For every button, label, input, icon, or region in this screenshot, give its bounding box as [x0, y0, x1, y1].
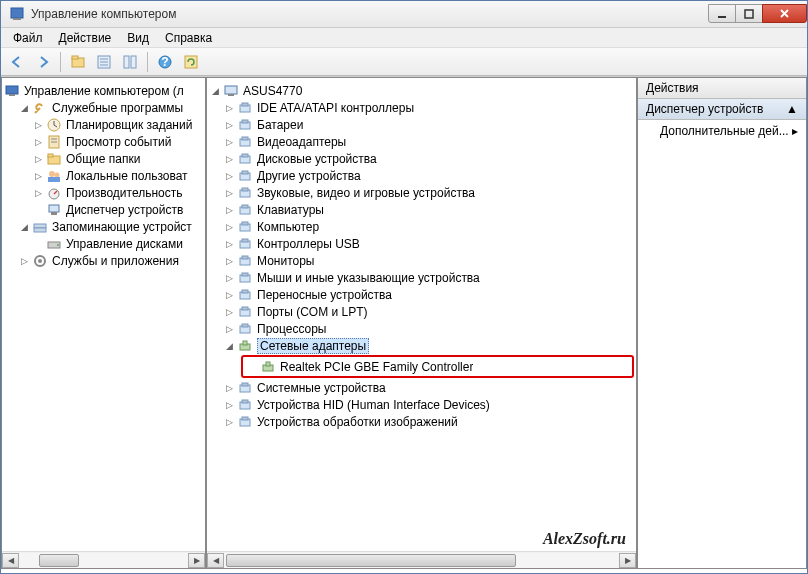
- expand-icon[interactable]: ▷: [223, 170, 235, 182]
- expand-icon[interactable]: ▷: [32, 153, 44, 165]
- actions-more[interactable]: Дополнительные дей... ▸: [638, 120, 806, 142]
- expand-icon[interactable]: ▷: [223, 153, 235, 165]
- scroll-right-button[interactable]: ▶: [188, 553, 205, 568]
- svg-rect-66: [243, 341, 247, 345]
- device-category[interactable]: ▷Батареи: [209, 116, 634, 133]
- minimize-button[interactable]: [708, 4, 736, 23]
- management-tree[interactable]: Управление компьютером (л ◢ Служебные пр…: [2, 78, 205, 568]
- scroll-right-button[interactable]: ▶: [619, 553, 636, 568]
- svg-point-23: [49, 171, 55, 177]
- expand-icon[interactable]: ▷: [223, 221, 235, 233]
- expand-icon[interactable]: ▷: [223, 255, 235, 267]
- device-category[interactable]: ▷Мыши и иные указывающие устройства: [209, 269, 634, 286]
- collapse-icon[interactable]: ◢: [209, 85, 221, 97]
- collapse-arrow-icon[interactable]: ▲: [786, 102, 798, 116]
- expand-icon[interactable]: ▷: [223, 204, 235, 216]
- expand-icon[interactable]: ▷: [32, 187, 44, 199]
- expand-icon[interactable]: ▷: [32, 170, 44, 182]
- device-category[interactable]: ▷Устройства HID (Human Interface Devices…: [209, 396, 634, 413]
- actions-pane: Действия Диспетчер устройств ▲ Дополните…: [637, 77, 807, 569]
- chevron-right-icon: ▸: [792, 124, 798, 138]
- expand-icon[interactable]: ▷: [223, 238, 235, 250]
- nic-icon: [260, 359, 276, 375]
- expand-icon[interactable]: ▷: [18, 255, 30, 267]
- left-hscroll[interactable]: ◀ ▶: [2, 551, 205, 568]
- device-category[interactable]: ▷Процессоры: [209, 320, 634, 337]
- expand-icon[interactable]: ▷: [223, 289, 235, 301]
- back-button[interactable]: [5, 50, 29, 74]
- actions-subheader[interactable]: Диспетчер устройств ▲: [638, 99, 806, 120]
- tree-item-shares[interactable]: ▷Общие папки: [4, 150, 203, 167]
- tree-root[interactable]: Управление компьютером (л: [4, 82, 203, 99]
- svg-rect-42: [242, 137, 248, 140]
- svg-rect-74: [242, 417, 248, 420]
- device-category[interactable]: ▷Системные устройства: [209, 379, 634, 396]
- scroll-left-button[interactable]: ◀: [2, 553, 19, 568]
- properties-button[interactable]: [92, 50, 116, 74]
- device-category[interactable]: ▷Переносные устройства: [209, 286, 634, 303]
- device-category-icon: [237, 168, 253, 184]
- svg-rect-30: [34, 228, 46, 232]
- device-category-network[interactable]: ◢Сетевые адаптеры: [209, 337, 634, 354]
- menu-help[interactable]: Справка: [157, 29, 220, 47]
- expand-icon[interactable]: ▷: [223, 306, 235, 318]
- device-item-realtek[interactable]: Realtek PCIe GBE Family Controller: [246, 358, 629, 375]
- tree-item-devmgr[interactable]: Диспетчер устройств: [4, 201, 203, 218]
- tree-group-storage[interactable]: ◢Запоминающие устройст: [4, 218, 203, 235]
- tree-group-services[interactable]: ▷Службы и приложения: [4, 252, 203, 269]
- refresh-button[interactable]: [179, 50, 203, 74]
- device-category[interactable]: ▷Видеоадаптеры: [209, 133, 634, 150]
- menu-view[interactable]: Вид: [119, 29, 157, 47]
- scroll-left-button[interactable]: ◀: [207, 553, 224, 568]
- tree-item-users[interactable]: ▷Локальные пользоват: [4, 167, 203, 184]
- expand-icon[interactable]: ▷: [32, 136, 44, 148]
- svg-rect-5: [72, 56, 78, 59]
- device-category[interactable]: ▷Контроллеры USB: [209, 235, 634, 252]
- device-category[interactable]: ▷Клавиатуры: [209, 201, 634, 218]
- menu-action[interactable]: Действие: [51, 29, 120, 47]
- expand-icon[interactable]: ▷: [223, 323, 235, 335]
- mid-hscroll[interactable]: ◀ ▶: [207, 551, 636, 568]
- device-category[interactable]: ▷Порты (COM и LPT): [209, 303, 634, 320]
- close-button[interactable]: [762, 4, 807, 23]
- scroll-thumb[interactable]: [39, 554, 79, 567]
- tree-item-events[interactable]: ▷Просмотр событий: [4, 133, 203, 150]
- device-category-icon: [237, 134, 253, 150]
- device-category[interactable]: ▷Мониторы: [209, 252, 634, 269]
- device-category[interactable]: ▷Дисковые устройства: [209, 150, 634, 167]
- expand-icon[interactable]: ▷: [223, 399, 235, 411]
- device-root[interactable]: ◢ ASUS4770: [209, 82, 634, 99]
- expand-icon[interactable]: ▷: [223, 416, 235, 428]
- svg-rect-40: [242, 120, 248, 123]
- device-category[interactable]: ▷Звуковые, видео и игровые устройства: [209, 184, 634, 201]
- maximize-button[interactable]: [735, 4, 763, 23]
- expand-icon[interactable]: ▷: [223, 136, 235, 148]
- device-category[interactable]: ▷Компьютер: [209, 218, 634, 235]
- scroll-thumb[interactable]: [226, 554, 516, 567]
- highlight-annotation: Realtek PCIe GBE Family Controller: [241, 355, 634, 378]
- collapse-icon[interactable]: ◢: [223, 340, 235, 352]
- tree-item-scheduler[interactable]: ▷Планировщик заданий: [4, 116, 203, 133]
- device-category[interactable]: ▷Устройства обработки изображений: [209, 413, 634, 430]
- expand-icon[interactable]: ▷: [223, 382, 235, 394]
- tree-item-diskmgr[interactable]: Управление дисками: [4, 235, 203, 252]
- tree-item-perf[interactable]: ▷Производительность: [4, 184, 203, 201]
- up-button[interactable]: [66, 50, 90, 74]
- menu-file[interactable]: Файл: [5, 29, 51, 47]
- expand-icon[interactable]: ▷: [223, 102, 235, 114]
- expand-icon[interactable]: ▷: [223, 187, 235, 199]
- expand-icon[interactable]: ▷: [32, 119, 44, 131]
- forward-button[interactable]: [31, 50, 55, 74]
- collapse-icon[interactable]: ◢: [18, 102, 30, 114]
- device-category[interactable]: ▷IDE ATA/ATAPI контроллеры: [209, 99, 634, 116]
- collapse-icon[interactable]: ◢: [18, 221, 30, 233]
- svg-rect-2: [718, 16, 726, 18]
- help-button[interactable]: ?: [153, 50, 177, 74]
- expand-icon[interactable]: ▷: [223, 119, 235, 131]
- device-tree[interactable]: ◢ ASUS4770 ▷IDE ATA/ATAPI контроллеры▷Ба…: [207, 78, 636, 434]
- expand-icon[interactable]: ▷: [223, 272, 235, 284]
- tree-group-utilities[interactable]: ◢ Служебные программы: [4, 99, 203, 116]
- svg-point-32: [57, 244, 59, 246]
- show-hide-button[interactable]: [118, 50, 142, 74]
- device-category[interactable]: ▷Другие устройства: [209, 167, 634, 184]
